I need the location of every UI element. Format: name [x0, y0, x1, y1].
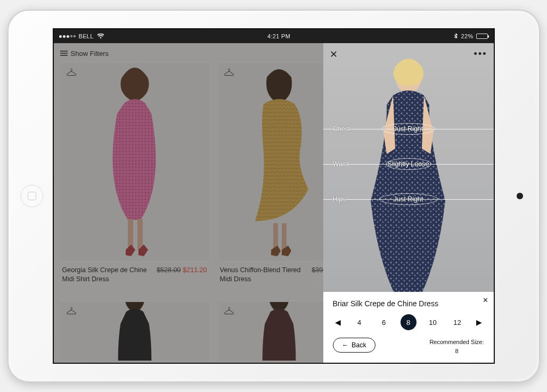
size-option-selected[interactable]: 8 [401, 314, 417, 330]
size-panel-title: Briar Silk Crepe de Chine Dress [333, 299, 484, 308]
more-icon[interactable]: ••• [474, 48, 487, 60]
battery-percent: 22% [461, 33, 473, 39]
chevron-right-icon[interactable]: ▶ [474, 316, 484, 329]
tablet-frame: BELL 4:21 PM 22% Sho [7, 10, 540, 382]
size-option[interactable]: 4 [352, 314, 368, 330]
fit-panel: ✕ ••• [323, 43, 494, 363]
size-bar: ✕ Briar Silk Crepe de Chine Dress ◀ 4 6 … [323, 292, 494, 363]
fit-label: Hips [333, 195, 370, 203]
recommended-value: 8 [429, 347, 484, 356]
back-button[interactable]: ← Back [333, 338, 375, 353]
arrow-left-icon: ← [342, 341, 349, 349]
fit-line-hips: Hips Just Right [323, 193, 494, 205]
carrier-label: BELL [79, 33, 94, 39]
fit-value: Slightly Loose [388, 160, 429, 168]
fit-label: Chest [333, 125, 370, 133]
fit-line-chest: Chest Just Right [323, 123, 494, 135]
size-row: ◀ 4 6 8 10 12 ▶ [333, 314, 484, 330]
bluetooth-icon [454, 33, 458, 39]
battery-icon [476, 34, 488, 39]
close-icon[interactable]: ✕ [483, 296, 488, 304]
app-surface: Show Filters Dresses / Midi [54, 43, 494, 363]
signal-dots-icon [59, 35, 76, 38]
chevron-left-icon[interactable]: ◀ [333, 316, 343, 329]
front-camera [517, 193, 523, 199]
fit-line-waist: Waist Slightly Loose [323, 158, 494, 170]
wifi-icon [97, 34, 104, 39]
fit-label: Waist [333, 160, 370, 168]
status-bar: BELL 4:21 PM 22% [54, 29, 494, 43]
close-icon[interactable]: ✕ [330, 48, 338, 60]
fit-value: Just Right [394, 195, 423, 203]
home-button[interactable] [20, 184, 44, 208]
size-option[interactable]: 12 [450, 314, 466, 330]
clock: 4:21 PM [267, 33, 290, 39]
size-option[interactable]: 10 [425, 314, 441, 330]
recommended-label: Recommended Size: [429, 338, 484, 347]
fit-lines: Chest Just Right Waist Slightly Loose Hi… [323, 123, 494, 205]
fit-value: Just Right [394, 125, 423, 133]
screen: BELL 4:21 PM 22% Sho [53, 28, 495, 364]
size-option[interactable]: 6 [376, 314, 392, 330]
recommended-size: Recommended Size: 8 [429, 338, 484, 355]
back-label: Back [352, 341, 366, 349]
